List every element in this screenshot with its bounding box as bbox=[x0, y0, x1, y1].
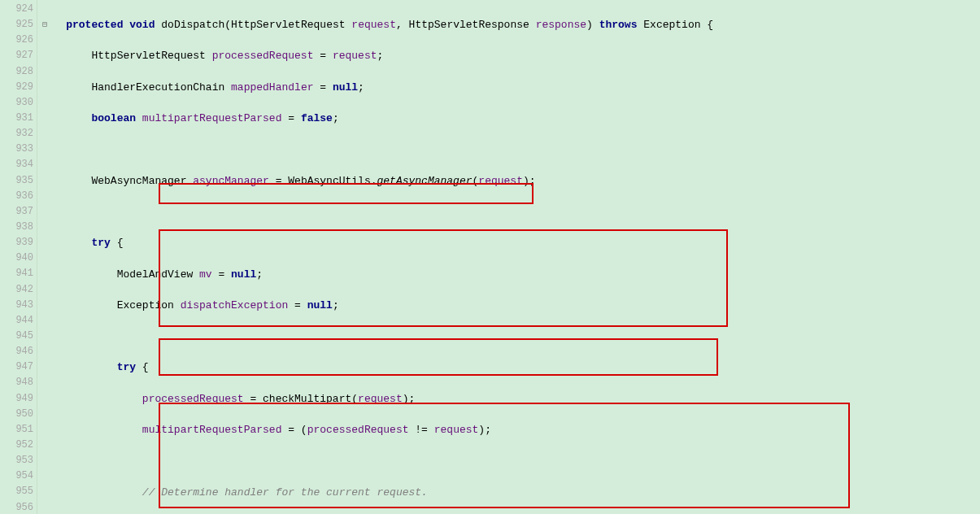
line-number: 950 bbox=[0, 407, 33, 422]
line-number: 942 bbox=[0, 282, 33, 298]
line-number: 932 bbox=[0, 126, 33, 142]
line-number: 947 bbox=[0, 359, 33, 375]
line-number: 941 bbox=[0, 266, 33, 281]
line-number: 939 bbox=[0, 235, 33, 250]
line-number: 943 bbox=[0, 298, 33, 313]
line-number: 934 bbox=[0, 157, 33, 172]
line-number: 940 bbox=[0, 250, 33, 266]
line-number: 946 bbox=[0, 344, 33, 359]
line-number: 954 bbox=[0, 468, 33, 484]
line-number: 927 bbox=[0, 48, 33, 63]
line-number: 951 bbox=[0, 422, 33, 438]
line-number: 948 bbox=[0, 375, 33, 390]
code-line: // Determine handler for the current req… bbox=[41, 485, 980, 500]
code-line: multipartRequestParsed = (processedReque… bbox=[41, 422, 980, 438]
line-number: 935 bbox=[0, 173, 33, 189]
code-line: boolean multipartRequestParsed = false; bbox=[41, 111, 980, 126]
code-line bbox=[41, 329, 980, 344]
line-number: 933 bbox=[0, 142, 33, 157]
fold-icon[interactable]: ⊟ bbox=[42, 17, 47, 33]
code-line: Exception dispatchException = null; bbox=[41, 298, 980, 313]
line-number: 944 bbox=[0, 313, 33, 329]
code-line: processedRequest = checkMultipart(reques… bbox=[41, 391, 980, 407]
code-line: HttpServletRequest processedRequest = re… bbox=[41, 48, 980, 63]
code-line: ⊟ protected void doDispatch(HttpServletR… bbox=[41, 17, 980, 33]
line-number: 928 bbox=[0, 64, 33, 80]
code-content: ⊟ protected void doDispatch(HttpServletR… bbox=[41, 2, 980, 514]
line-number: 952 bbox=[0, 438, 33, 453]
code-line: HandlerExecutionChain mappedHandler = nu… bbox=[41, 80, 980, 95]
line-number: 937 bbox=[0, 204, 33, 220]
line-number-gutter: 9249259269279289299309319329339349359369… bbox=[0, 0, 37, 514]
line-number: 926 bbox=[0, 33, 33, 48]
code-line: try { bbox=[41, 359, 980, 375]
code-line: WebAsyncManager asyncManager = WebAsyncU… bbox=[41, 173, 980, 189]
line-number: 931 bbox=[0, 111, 33, 126]
code-line: try { bbox=[41, 235, 980, 250]
line-number: 925 bbox=[0, 17, 33, 33]
line-number: 945 bbox=[0, 329, 33, 344]
line-number: 938 bbox=[0, 220, 33, 235]
line-number: 936 bbox=[0, 189, 33, 204]
line-number: 930 bbox=[0, 95, 33, 111]
code-line bbox=[41, 204, 980, 220]
line-number: 949 bbox=[0, 391, 33, 407]
line-number: 953 bbox=[0, 453, 33, 468]
line-number: 924 bbox=[0, 2, 33, 17]
line-number: 929 bbox=[0, 80, 33, 95]
code-line bbox=[41, 142, 980, 157]
code-line: ModelAndView mv = null; bbox=[41, 267, 980, 282]
code-line bbox=[41, 453, 980, 468]
line-number: 955 bbox=[0, 484, 33, 499]
line-number: 956 bbox=[0, 500, 33, 515]
